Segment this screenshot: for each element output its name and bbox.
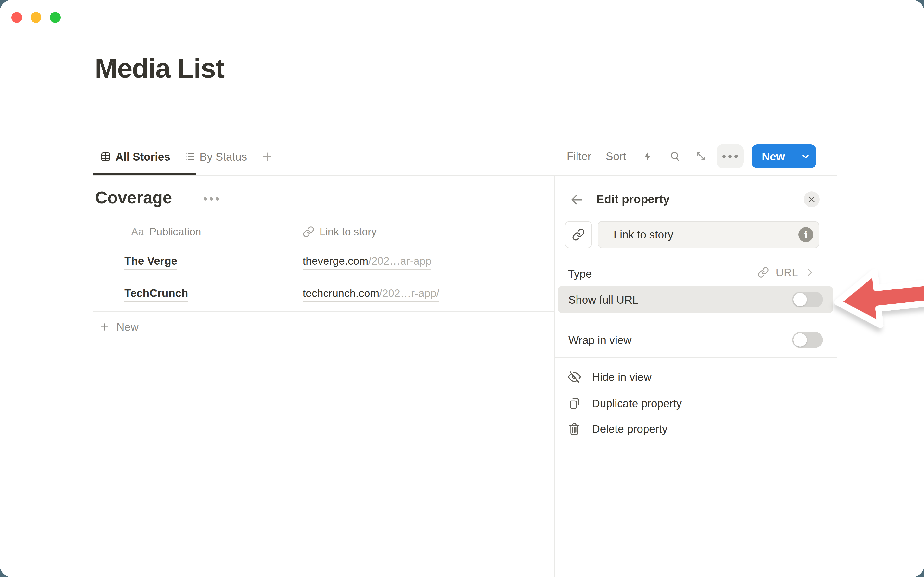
- type-value: URL: [776, 266, 798, 279]
- plus-icon: [261, 150, 273, 163]
- filter-button[interactable]: Filter: [567, 150, 591, 163]
- lightning-icon[interactable]: [642, 151, 653, 162]
- action-label: Delete property: [592, 422, 668, 435]
- link-icon: [758, 267, 769, 278]
- list-icon: [184, 151, 195, 162]
- url-truncated: /202…ar-app: [368, 255, 432, 267]
- more-icon: [722, 155, 726, 158]
- more-options-button[interactable]: [717, 144, 743, 168]
- more-icon: [204, 197, 207, 200]
- duplicate-property-button[interactable]: Duplicate property: [568, 390, 682, 416]
- tab-label: By Status: [200, 150, 247, 163]
- url-domain: techcrunch.com: [303, 287, 379, 299]
- chevron-right-icon: [804, 268, 815, 277]
- type-row-button[interactable]: URL: [758, 266, 815, 279]
- add-view-button[interactable]: [261, 150, 273, 163]
- cell-publication[interactable]: TechCrunch: [124, 287, 188, 302]
- tabbar-divider: [93, 175, 837, 176]
- column-header-publication[interactable]: Aa Publication: [131, 217, 201, 247]
- plus-icon: [99, 322, 110, 332]
- table-border: [93, 247, 554, 247]
- database-title[interactable]: Coverage: [95, 188, 172, 207]
- table-border: [93, 279, 554, 279]
- wrap-in-view-toggle[interactable]: [792, 332, 823, 348]
- minimize-window-button[interactable]: [31, 12, 41, 23]
- column-header-link-to-story[interactable]: Link to story: [303, 217, 376, 247]
- sort-button[interactable]: Sort: [606, 150, 626, 163]
- url-domain: theverge.com: [303, 255, 368, 267]
- cell-link-to-story[interactable]: techcrunch.com/202…r-app/: [303, 287, 439, 302]
- window-controls: [11, 12, 61, 23]
- type-row-label: Type: [568, 268, 592, 280]
- info-icon[interactable]: i: [798, 227, 813, 242]
- copy-icon: [568, 397, 581, 410]
- property-name-input[interactable]: Link to story i: [598, 221, 819, 248]
- hide-in-view-button[interactable]: Hide in view: [568, 364, 652, 390]
- app-window: Media List All Stories By Status Filter …: [0, 0, 924, 577]
- search-icon[interactable]: [669, 150, 681, 162]
- red-arrow-annotation: [825, 252, 924, 346]
- property-type-icon-button[interactable]: [565, 221, 592, 248]
- new-button[interactable]: New: [752, 145, 795, 168]
- column-divider: [292, 247, 292, 311]
- database-more-button[interactable]: [204, 197, 219, 200]
- toggle-knob: [793, 333, 807, 347]
- link-icon: [303, 226, 314, 237]
- cell-link-to-story[interactable]: theverge.com/202…ar-app: [303, 255, 431, 270]
- active-tab-underline: [93, 173, 196, 175]
- cell-publication[interactable]: The Verge: [124, 255, 177, 270]
- new-row-button[interactable]: New: [99, 311, 139, 343]
- column-name: Link to story: [320, 226, 376, 238]
- new-row-label: New: [116, 321, 139, 334]
- text-type-icon: Aa: [131, 226, 144, 238]
- table-border: [93, 343, 554, 343]
- view-toolbar: Filter Sort New: [567, 144, 816, 169]
- property-name-value: Link to story: [614, 228, 798, 241]
- table-icon: [100, 151, 111, 162]
- trash-icon: [568, 422, 581, 435]
- tab-label: All Stories: [115, 150, 170, 163]
- tab-all-stories[interactable]: All Stories: [100, 150, 170, 163]
- new-dropdown-button[interactable]: [795, 145, 816, 168]
- toggle-knob: [793, 293, 807, 306]
- url-truncated: /202…r-app/: [379, 287, 439, 299]
- close-window-button[interactable]: [11, 12, 22, 23]
- zoom-window-button[interactable]: [50, 12, 61, 23]
- view-tabs: All Stories By Status: [100, 145, 273, 168]
- delete-property-button[interactable]: Delete property: [568, 416, 668, 442]
- expand-icon[interactable]: [695, 150, 707, 162]
- action-label: Duplicate property: [592, 397, 682, 410]
- link-icon: [572, 228, 585, 241]
- eye-off-icon: [568, 371, 581, 384]
- new-button-group: New: [752, 145, 816, 168]
- page-title[interactable]: Media List: [95, 52, 224, 84]
- show-full-url-toggle[interactable]: [792, 292, 823, 308]
- column-name: Publication: [149, 226, 201, 238]
- arrow-left-icon: [569, 192, 584, 207]
- panel-section-divider: [555, 357, 837, 358]
- close-icon: [808, 195, 816, 203]
- chevron-down-icon: [800, 151, 811, 161]
- close-panel-button[interactable]: [804, 191, 819, 207]
- show-full-url-label: Show full URL: [569, 293, 638, 306]
- panel-title: Edit property: [596, 192, 670, 206]
- back-button[interactable]: [569, 192, 584, 207]
- tab-by-status[interactable]: By Status: [184, 150, 247, 163]
- panel-divider: [554, 175, 555, 577]
- wrap-in-view-label: Wrap in view: [569, 334, 632, 347]
- table-border: [93, 311, 554, 311]
- action-label: Hide in view: [592, 371, 652, 384]
